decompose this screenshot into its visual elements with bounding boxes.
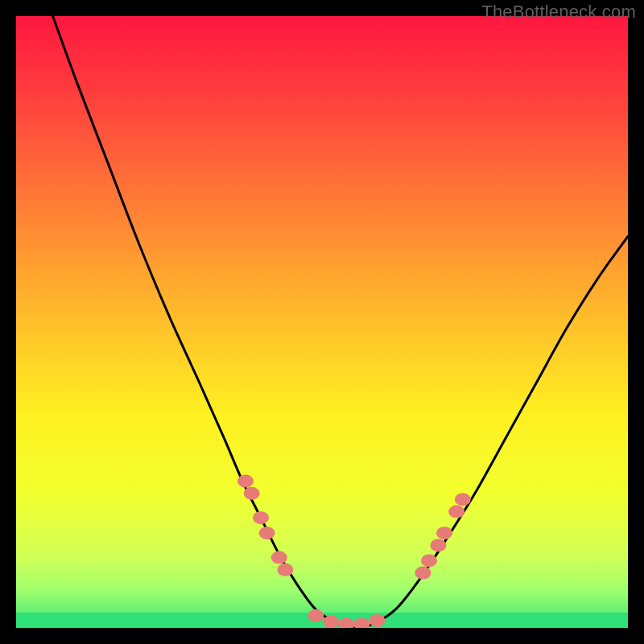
curve-marker <box>237 475 254 488</box>
curve-marker <box>421 554 437 567</box>
curve-marker <box>448 506 464 518</box>
curve-marker <box>277 564 293 576</box>
curve-marker <box>323 615 339 628</box>
curve-marker <box>436 526 452 539</box>
curve-marker <box>430 539 446 551</box>
curve-marker <box>455 493 471 506</box>
curve-marker <box>271 551 287 564</box>
gradient-background <box>16 16 628 628</box>
curve-marker <box>259 526 275 539</box>
curve-marker <box>415 567 431 580</box>
curve-marker <box>253 511 269 524</box>
watermark-text: TheBottleneck.com <box>481 2 636 23</box>
bottleneck-chart <box>16 16 628 628</box>
curve-marker <box>244 487 260 500</box>
chart-frame <box>16 16 628 628</box>
curve-marker <box>308 609 324 622</box>
curve-marker <box>369 614 385 627</box>
